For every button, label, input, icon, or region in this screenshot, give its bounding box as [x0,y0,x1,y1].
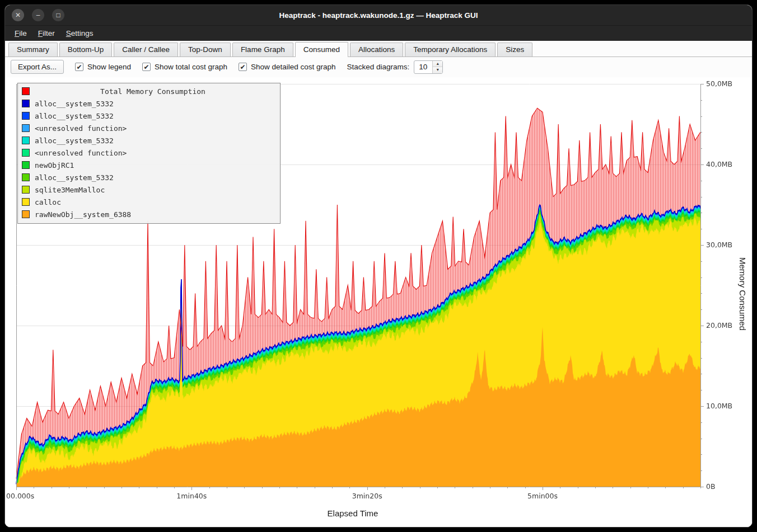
tab-flame-graph[interactable]: Flame Graph [232,43,293,57]
legend-label: calloc [35,198,61,206]
legend-label: <unresolved function> [35,149,127,157]
legend-label: alloc__system_5332 [35,173,114,182]
legend-swatch [22,210,30,218]
legend-label: sqlite3MemMalloc [35,186,105,194]
stacked-diagrams-label: Stacked diagrams: [347,63,410,71]
x-axis-title: Elapsed Time [5,509,700,518]
export-as-button[interactable]: Export As... [11,60,64,74]
chart-legend: Total Memory Consumption alloc__system_5… [17,83,281,224]
minimize-button[interactable]: – [32,9,44,21]
legend-swatch [22,124,30,132]
legend-item: alloc__system_5332 [22,171,276,183]
titlebar[interactable]: ✕ – □ Heaptrack - heaptrack.wakunode.1.g… [5,5,752,25]
checkbox-show-total-cost-graph[interactable]: ✔ [142,63,151,71]
checkbox-label: Show detailed cost graph [251,63,336,71]
legend-label: alloc__system_5332 [35,136,114,145]
toolbar: Export As... ✔Show legend✔Show total cos… [5,57,752,77]
spinbox-down-icon[interactable]: ▾ [433,67,442,73]
toggle-show-detailed-cost-graph[interactable]: ✔Show detailed cost graph [239,63,336,71]
legend-swatch [22,149,30,157]
checkbox-show-legend[interactable]: ✔ [75,63,83,71]
toolbar-checkboxes: ✔Show legend✔Show total cost graph✔Show … [75,63,336,71]
legend-title: Total Memory Consumption [30,87,276,96]
legend-item: alloc__system_5332 [22,97,276,110]
spinbox-buttons: ▴ ▾ [432,61,442,73]
legend-item: sqlite3MemMalloc [22,183,276,196]
menu-file[interactable]: File [10,27,32,39]
y-axis-title: Memory Consumed [738,257,747,331]
tab-caller-callee[interactable]: Caller / Callee [114,43,178,57]
tab-sizes[interactable]: Sizes [497,43,532,57]
tab-top-down[interactable]: Top-Down [180,43,231,57]
stacked-diagrams-spinbox[interactable]: 10 ▴ ▾ [414,60,443,74]
tab-allocations[interactable]: Allocations [350,43,403,57]
legend-item: <unresolved function> [22,147,276,159]
legend-label: rawNewObj__system_6388 [35,210,131,219]
legend-title-swatch [22,87,30,95]
legend-item: <unresolved function> [22,122,276,134]
legend-swatch [22,112,30,120]
window-title: Heaptrack - heaptrack.wakunode.1.gz — He… [5,11,752,20]
legend-item: alloc__system_5332 [22,110,276,122]
heaptrack-window: ✕ – □ Heaptrack - heaptrack.wakunode.1.g… [4,4,753,528]
spinbox-up-icon[interactable]: ▴ [433,61,442,68]
legend-item: newObjRC1 [22,159,276,171]
menu-filter[interactable]: Filter [33,27,60,39]
legend-swatch [22,100,30,107]
tab-summary[interactable]: Summary [8,43,58,57]
legend-title-row: Total Memory Consumption [22,85,276,97]
maximize-button[interactable]: □ [52,9,64,21]
toggle-show-total-cost-graph[interactable]: ✔Show total cost graph [142,63,227,71]
checkbox-label: Show legend [87,63,131,71]
maximize-icon: □ [56,12,60,18]
legend-item: rawNewObj__system_6388 [22,208,276,220]
tab-temporary-allocations[interactable]: Temporary Allocations [405,43,496,57]
legend-item: alloc__system_5332 [22,134,276,147]
checkbox-show-detailed-cost-graph[interactable]: ✔ [239,63,247,71]
legend-swatch [22,173,30,181]
legend-label: newObjRC1 [35,161,74,170]
legend-swatch [22,186,30,194]
legend-label: alloc__system_5332 [35,100,114,108]
close-icon: ✕ [15,12,21,18]
stacked-diagrams-group: Stacked diagrams: 10 ▴ ▾ [347,60,443,74]
close-button[interactable]: ✕ [12,9,24,21]
legend-swatch [22,198,30,206]
legend-swatch [22,136,30,144]
legend-label: <unresolved function> [35,124,127,133]
legend-item: calloc [22,196,276,208]
tab-consumed[interactable]: Consumed [295,42,348,57]
toggle-show-legend[interactable]: ✔Show legend [75,63,131,71]
menubar: File Filter Settings [5,25,752,41]
tab-bar: SummaryBottom-UpCaller / CalleeTop-DownF… [5,41,752,57]
stacked-diagrams-value: 10 [414,61,432,73]
legend-swatch [22,161,30,169]
legend-label: alloc__system_5332 [35,112,114,120]
minimize-icon: – [36,12,40,18]
checkbox-label: Show total cost graph [155,63,227,71]
tab-bottom-up[interactable]: Bottom-Up [59,43,113,57]
window-controls: ✕ – □ [12,9,64,21]
menu-settings[interactable]: Settings [61,27,99,39]
chart-area: Total Memory Consumption alloc__system_5… [5,77,752,527]
